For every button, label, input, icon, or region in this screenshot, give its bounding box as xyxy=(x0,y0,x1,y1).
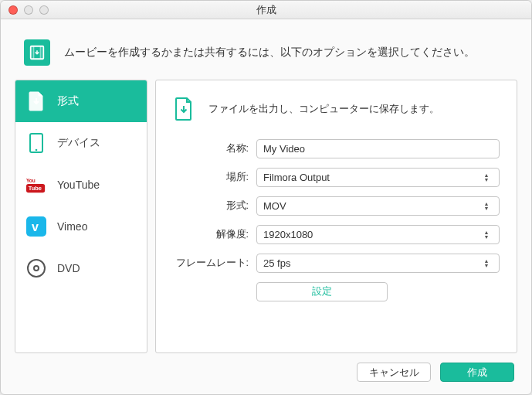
svg-point-10 xyxy=(28,260,45,277)
phone-icon xyxy=(26,133,46,153)
name-input[interactable] xyxy=(256,139,500,158)
window-body: ムービーを作成するかまたは共有するには、以下のオプションを選択してください。 形… xyxy=(1,19,531,394)
resolution-value: 1920x1080 xyxy=(263,229,313,240)
stepper-icon: ▲▼ xyxy=(480,173,493,182)
content-panel: ファイルを出力し、コンピューターに保存します。 名称: 場所: Filmora … xyxy=(155,80,517,353)
maximize-button[interactable] xyxy=(39,5,49,15)
format-label: 形式: xyxy=(173,199,256,213)
format-select[interactable]: MOV ▲▼ xyxy=(256,196,500,216)
vimeo-icon: v xyxy=(26,216,46,237)
framerate-select[interactable]: 25 fps ▲▼ xyxy=(256,254,500,273)
sidebar: 形式 デバイス YouTube YouTube v xyxy=(15,80,147,353)
footer: キャンセル 作成 xyxy=(15,353,517,383)
resolution-select[interactable]: 1920x1080 ▲▼ xyxy=(256,225,500,244)
location-value: Filmora Output xyxy=(263,172,330,183)
sidebar-item-label: DVD xyxy=(57,262,80,274)
export-window: 作成 ムービーを作成するかまたは共有するには、以下のオプションを選択してください… xyxy=(0,0,532,395)
stepper-icon: ▲▼ xyxy=(480,202,493,211)
location-label: 場所: xyxy=(173,171,256,184)
sidebar-item-label: 形式 xyxy=(57,94,79,108)
framerate-label: フレームレート: xyxy=(173,257,256,270)
sidebar-item-label: YouTube xyxy=(57,179,100,191)
window-title: 作成 xyxy=(1,3,531,17)
cancel-button[interactable]: キャンセル xyxy=(357,363,431,382)
intro-row: ムービーを作成するかまたは共有するには、以下のオプションを選択してください。 xyxy=(15,35,517,80)
file-download-icon xyxy=(26,91,46,111)
create-button[interactable]: 作成 xyxy=(440,363,514,382)
sidebar-item-youtube[interactable]: YouTube YouTube xyxy=(15,164,147,206)
framerate-value: 25 fps xyxy=(263,257,290,269)
format-value: MOV xyxy=(263,200,286,212)
svg-rect-1 xyxy=(33,46,35,60)
svg-point-4 xyxy=(36,149,38,152)
sidebar-item-label: デバイス xyxy=(57,136,100,150)
svg-text:v: v xyxy=(32,220,39,233)
resolution-label: 解像度: xyxy=(173,228,256,241)
movie-export-icon xyxy=(24,39,50,66)
settings-label: 設定 xyxy=(312,285,332,298)
titlebar: 作成 xyxy=(1,1,531,19)
svg-point-11 xyxy=(34,266,39,271)
sidebar-item-dvd[interactable]: DVD xyxy=(15,247,147,289)
traffic-lights xyxy=(1,5,49,15)
create-label: 作成 xyxy=(467,366,487,380)
minimize-button[interactable] xyxy=(24,5,33,15)
youtube-icon: YouTube xyxy=(26,175,46,195)
stepper-icon: ▲▼ xyxy=(480,230,493,240)
row-location: 場所: Filmora Output ▲▼ xyxy=(173,168,500,187)
row-format: 形式: MOV ▲▼ xyxy=(173,196,500,216)
row-framerate: フレームレート: 25 fps ▲▼ xyxy=(173,254,500,273)
intro-text: ムービーを作成するかまたは共有するには、以下のオプションを選択してください。 xyxy=(64,46,475,60)
content-header-text: ファイルを出力し、コンピューターに保存します。 xyxy=(208,102,439,116)
sidebar-item-vimeo[interactable]: v Vimeo xyxy=(15,206,147,247)
sidebar-item-device[interactable]: デバイス xyxy=(15,122,147,164)
svg-rect-2 xyxy=(40,46,42,60)
settings-button[interactable]: 設定 xyxy=(256,282,388,301)
name-label: 名称: xyxy=(173,142,256,155)
svg-text:You: You xyxy=(26,178,36,183)
sidebar-item-format[interactable]: 形式 xyxy=(15,80,147,122)
svg-text:Tube: Tube xyxy=(29,185,42,192)
disc-icon xyxy=(26,258,46,278)
close-button[interactable] xyxy=(8,5,18,15)
panels: 形式 デバイス YouTube YouTube v xyxy=(15,80,517,353)
content-header: ファイルを出力し、コンピューターに保存します。 xyxy=(173,96,500,122)
stepper-icon: ▲▼ xyxy=(480,259,493,268)
row-resolution: 解像度: 1920x1080 ▲▼ xyxy=(173,225,500,244)
cancel-label: キャンセル xyxy=(369,366,419,380)
location-select[interactable]: Filmora Output ▲▼ xyxy=(256,168,500,187)
file-save-icon xyxy=(173,96,195,122)
sidebar-item-label: Vimeo xyxy=(57,220,87,233)
row-name: 名称: xyxy=(173,139,500,158)
